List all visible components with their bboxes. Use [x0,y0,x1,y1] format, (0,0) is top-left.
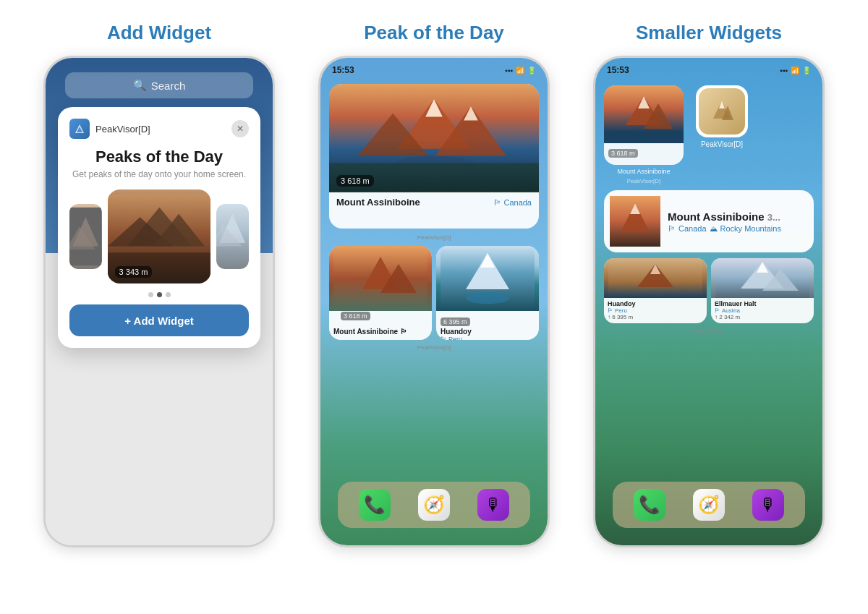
sq-widget-group: 3 618 m Mount Assiniboine PeakVisor[D] [604,85,684,184]
tiny-widget-1: Huandoy 🏳 Peru ↑ 6 395 m [604,258,707,323]
tiny-elevation-2: ↑ 2 342 m [715,314,810,320]
status-icons-2: ▪▪▪ 📶 🔋 [505,67,536,74]
dock-podcasts-icon[interactable]: 🎙 [477,489,509,521]
medium-elevation: 3... [767,212,780,223]
app-label: PeakVisor[D] [701,140,743,148]
large-widget: 3 618 m Mount Assiniboine 🏳 Canada [329,84,539,229]
dot-1 [148,292,153,297]
svg-point-26 [466,292,509,304]
phone-frame-2: 15:53 ▪▪▪ 📶 🔋 [318,56,550,547]
square-widget: 3 618 m [604,85,684,165]
page-dots [69,292,249,297]
peak-day-background: 15:53 ▪▪▪ 📶 🔋 [320,58,548,545]
signal-icon: ▪▪▪ [505,67,513,74]
widget-card: PeakVisor[D] ✕ Peaks of the Day Get peak… [58,107,260,348]
add-widget-button[interactable]: + Add Widget [69,304,249,336]
large-peak-name: Mount Assiniboine [336,197,420,208]
dock-safari-icon-3[interactable]: 🧭 [693,489,725,521]
dot-2 [157,292,162,297]
battery-icon-3: 🔋 [802,67,811,74]
preview-side-right [216,204,249,269]
column-3-title: Smaller Widgets [636,22,782,44]
phone-frame-1: 🔍 Search PeakVisor[D] [43,56,275,547]
status-icons-3: ▪▪▪ 📶 🔋 [780,67,811,74]
app-info: PeakVisor[D] [69,119,150,139]
medium-peak-name: Mount Assiniboine 3... [668,210,808,223]
main-layout: Add Widget 🔍 Search [22,22,846,547]
column-smaller-widgets: Smaller Widgets 15:53 ▪▪▪ 📶 🔋 [586,22,832,547]
sq-widget-img [604,85,684,143]
wifi-icon-3: 📶 [791,67,799,74]
sq-app-label: PeakVisor[D] [627,178,661,184]
large-widget-footer: Mount Assiniboine 🏳 Canada [329,192,539,212]
flag-icon-1: 🏳 [400,328,407,336]
widget-title: Peaks of the Day [69,148,249,166]
small-widget-2: 6 395 m Huandoy 🏳 Peru [436,246,539,340]
widget-subtitle: Get peaks of the day onto your home scre… [69,169,249,179]
status-bar-3: 15:53 ▪▪▪ 📶 🔋 [595,58,822,80]
medium-widget: Mount Assiniboine 3... 🏳 Canada ⛰ Rocky … [604,190,814,252]
tiny-img-1 [604,258,707,298]
mountain-icon: ⛰ [710,224,718,233]
dock-phone-icon-3[interactable]: 📞 [634,489,665,521]
search-label: Search [151,80,186,92]
medium-widget-info: Mount Assiniboine 3... 🏳 Canada ⛰ Rocky … [668,210,808,233]
large-country: 🏳 Canada [493,198,532,207]
app-icon-large[interactable] [696,85,748,137]
sq-widget-footer: 3 618 m [604,143,684,161]
preview-side-left [69,204,102,269]
dock-podcasts-icon-3[interactable]: 🎙 [752,489,784,521]
search-icon: 🔍 [133,79,147,92]
widget-label-2: PeakVisor[D] [320,344,548,351]
small-widget-img-2 [436,246,539,311]
svg-point-18 [391,155,477,176]
column-peak-day: Peak of the Day 15:53 ▪▪▪ 📶 🔋 [311,22,557,547]
column-2-title: Peak of the Day [364,22,504,44]
dot-3 [166,292,171,297]
small-peak-name-1: Mount Assiniboine 🏳 [333,328,427,336]
tiny-country-1: 🏳 Peru [608,307,703,314]
dock-phone-icon[interactable]: 📞 [359,489,391,521]
small-country-2: 🏳 Peru [441,336,535,340]
column-1-title: Add Widget [107,22,211,44]
tiny-country-2: 🏳 Austria [715,307,810,314]
app-icon [69,119,90,139]
svg-rect-2 [69,208,102,265]
small-elevation-1: 3 618 m [341,312,370,320]
preview-main-widget: 3 343 m Marmolada 🏳 Italy [108,189,211,283]
tiny-widget-footer-2: Ellmauer Halt 🏳 Austria ↑ 2 342 m [711,298,814,323]
dock-bar-2: 📞 🧭 🎙 [338,482,530,528]
search-bar[interactable]: 🔍 Search [65,72,253,98]
wifi-icon: 📶 [516,67,524,74]
tiny-img-2 [711,258,814,298]
small-elevation-2: 6 395 m [441,317,470,326]
status-bar-2: 15:53 ▪▪▪ 📶 🔋 [320,58,548,80]
svg-marker-4 [69,227,95,250]
small-widgets-row: 3 618 m Mount Assiniboine 🏳 [329,246,539,340]
tiny-elevation-1: ↑ 6 395 m [608,314,703,320]
add-widget-background: 🔍 Search PeakVisor[D] [46,58,273,545]
small-widget-img-1 [329,246,432,311]
tiny-peak-name-1: Huandoy [608,300,703,307]
small-widget-footer-1: 3 618 m Mount Assiniboine 🏳 [329,311,432,338]
tiny-widget-2: Ellmauer Halt 🏳 Austria ↑ 2 342 m [711,258,814,323]
column-add-widget: Add Widget 🔍 Search [36,22,282,547]
medium-location: 🏳 Canada ⛰ Rocky Mountains [668,224,808,233]
signal-icon-3: ▪▪▪ [780,67,788,74]
close-button[interactable]: ✕ [231,120,249,137]
app-name: PeakVisor[D] [95,124,150,135]
widget-card-header: PeakVisor[D] ✕ [69,119,249,139]
battery-icon: 🔋 [527,67,536,74]
widget-preview-area: 3 343 m Marmolada 🏳 Italy [69,189,249,283]
sq-elevation: 3 618 m [608,149,638,158]
large-widget-image: 3 618 m [329,84,539,192]
status-time-3: 15:53 [607,65,629,75]
svg-marker-32 [719,101,725,108]
sq-peak-label: Mount Assiniboine [617,168,670,175]
smaller-background: 15:53 ▪▪▪ 📶 🔋 [595,58,822,545]
top-row-widgets: 3 618 m Mount Assiniboine PeakVisor[D] [604,85,814,184]
small-widget-1: 3 618 m Mount Assiniboine 🏳 [329,246,432,340]
app-icon-block: PeakVisor[D] [689,85,754,184]
dock-safari-icon[interactable]: 🧭 [418,489,450,521]
elevation-badge-main: 3 343 m [115,266,153,278]
